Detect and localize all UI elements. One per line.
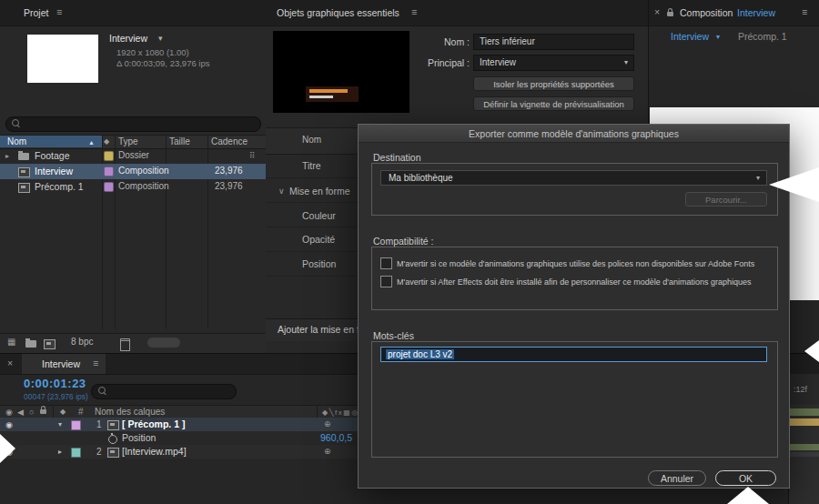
property-label: Position: [302, 258, 336, 269]
template-name-value: Tiers inférieur: [480, 36, 535, 46]
set-poster-frame-button[interactable]: Définir la vignette de prévisualisation: [473, 96, 634, 111]
compatibility-label: Compatibilité :: [373, 236, 434, 247]
timeline-tab-label[interactable]: Interview: [42, 358, 80, 369]
search-icon: [12, 119, 19, 126]
viewer-tab-precomp[interactable]: Précomp. 1: [738, 31, 787, 42]
composition-title-name[interactable]: Interview: [737, 7, 775, 18]
panel-menu-icon[interactable]: ≡: [411, 6, 417, 17]
column-header-taille[interactable]: Taille: [169, 136, 190, 147]
property-label: Opacité: [302, 234, 335, 245]
expander-icon[interactable]: ▾: [58, 419, 62, 430]
column-header-type[interactable]: Type: [118, 136, 138, 147]
tab-essential-graphics[interactable]: Objets graphiques essentiels: [277, 7, 399, 18]
expander-icon[interactable]: ▸: [58, 447, 62, 458]
label-chip[interactable]: [104, 151, 114, 161]
chevron-down-icon[interactable]: ∨: [278, 186, 285, 197]
project-search-input[interactable]: [5, 116, 261, 132]
keywords-input[interactable]: projet doc L3 v2: [380, 347, 767, 362]
layer-duration-bar[interactable]: [788, 452, 819, 457]
pointer-arrow-left: [0, 434, 15, 463]
layer-name-column[interactable]: Nom des calques: [95, 407, 165, 418]
browse-button[interactable]: Parcourir...: [685, 192, 767, 207]
lock-icon[interactable]: [667, 12, 673, 16]
chevron-down-icon: ▾: [756, 174, 760, 182]
checkbox-warn-installed[interactable]: [380, 276, 392, 287]
property-label: Titre: [302, 160, 321, 171]
label-column-icon[interactable]: ◆: [104, 136, 109, 147]
timeline-search-input[interactable]: [91, 384, 237, 399]
column-header-nom-label: Nom: [7, 136, 26, 147]
pointer-arrow-right-large: [769, 167, 819, 202]
dialog-title-bar[interactable]: Exporter comme modèle d'animations graph…: [359, 125, 789, 143]
nom-label: Nom :: [435, 36, 470, 47]
caret-down-icon[interactable]: ▾: [716, 32, 720, 43]
row-type: Dossier: [118, 150, 149, 161]
layer-name[interactable]: [ Précomp. 1 ]: [122, 418, 185, 429]
frame-info: 00047 (23,976 ips): [24, 391, 88, 402]
eye-icon[interactable]: ◉: [5, 419, 13, 430]
destination-label: Destination: [373, 152, 421, 163]
ruler-label: :12f: [794, 384, 807, 395]
layer-switch-icon[interactable]: ⊕: [324, 446, 331, 457]
cancel-button[interactable]: Annuler: [648, 470, 706, 486]
row-type: Composition: [118, 166, 169, 176]
library-icon[interactable]: ▦: [7, 337, 15, 348]
row-type: Composition: [118, 181, 169, 192]
column-header-cadence[interactable]: Cadence: [211, 136, 248, 147]
destination-dropdown[interactable]: Ma bibliothèque ▾: [380, 170, 767, 186]
panel-menu-icon[interactable]: ≡: [93, 358, 98, 368]
layer-number-column[interactable]: #: [78, 407, 84, 418]
new-folder-icon[interactable]: [25, 340, 36, 348]
layer-name[interactable]: [Interview.mp4]: [122, 446, 187, 457]
layer-color-swatch[interactable]: [71, 448, 81, 458]
layer-color-swatch[interactable]: [71, 420, 81, 430]
layer-duration-bar[interactable]: [788, 418, 819, 426]
label-chip[interactable]: [104, 182, 114, 192]
close-icon[interactable]: ×: [7, 358, 13, 368]
audio-icon[interactable]: ◀: [17, 407, 24, 418]
project-item-dimensions: 1920 x 1080 (1.00): [116, 47, 189, 58]
position-value[interactable]: 960,0,5: [320, 432, 352, 443]
panel-menu-icon[interactable]: ≡: [802, 6, 807, 17]
project-item-duration: Δ 0:00:03;09, 23,976 ips: [116, 58, 209, 69]
composition-icon: [18, 167, 30, 177]
row-name[interactable]: Footage: [35, 150, 70, 161]
layer-duration-bar[interactable]: [788, 444, 819, 450]
row-name[interactable]: Interview: [35, 166, 73, 176]
label-column-icon[interactable]: ◆: [60, 407, 66, 418]
column-divider: [53, 405, 54, 418]
new-composition-icon[interactable]: [44, 339, 56, 349]
ok-button[interactable]: OK: [715, 470, 776, 486]
add-formatting-button[interactable]: Ajouter la mise en f: [278, 324, 359, 335]
principal-dropdown[interactable]: Interview ▾: [473, 55, 634, 71]
panel-menu-icon[interactable]: ≡: [56, 6, 62, 17]
tab-projet[interactable]: Projet: [24, 7, 48, 18]
row-name[interactable]: Précomp. 1: [35, 181, 84, 192]
lock-icon[interactable]: [40, 409, 46, 414]
checkbox-warn-fonts[interactable]: [380, 257, 392, 269]
project-item-name[interactable]: Interview: [109, 33, 147, 44]
delete-icon[interactable]: [120, 338, 130, 351]
principal-value: Interview: [480, 57, 516, 67]
caret-down-icon[interactable]: ▾: [158, 33, 163, 44]
stopwatch-icon[interactable]: [108, 435, 117, 444]
composition-panel-header: [649, 0, 819, 26]
isolate-properties-button[interactable]: Isoler les propriétés supportées: [473, 76, 634, 91]
checkbox-warn-fonts-label: M'avertir si ce modèle d'animations grap…: [397, 259, 754, 268]
sort-ascending-icon: ▲: [88, 137, 95, 148]
viewer-tab-interview[interactable]: Interview: [671, 31, 709, 42]
close-icon[interactable]: ×: [654, 6, 660, 17]
layer-switch-icon[interactable]: ⊕: [324, 418, 331, 429]
current-time-display[interactable]: 0:00:01:23: [24, 377, 86, 390]
layer-duration-bar[interactable]: [788, 408, 819, 416]
solo-icon[interactable]: ○: [29, 407, 34, 418]
template-name-input[interactable]: Tiers inférieur: [473, 34, 634, 50]
preview-subtitle-bar: [309, 96, 333, 98]
label-chip[interactable]: [104, 166, 114, 176]
expander-icon[interactable]: ▸: [5, 151, 9, 162]
bit-depth-button[interactable]: 8 bpc: [71, 337, 93, 348]
after-effects-window: Projet ≡ Interview ▾ 1920 x 1080 (1.00) …: [0, 0, 819, 504]
property-row[interactable]: [0, 431, 359, 445]
property-name[interactable]: Position: [122, 432, 156, 443]
eye-icon[interactable]: ◉: [5, 407, 13, 418]
